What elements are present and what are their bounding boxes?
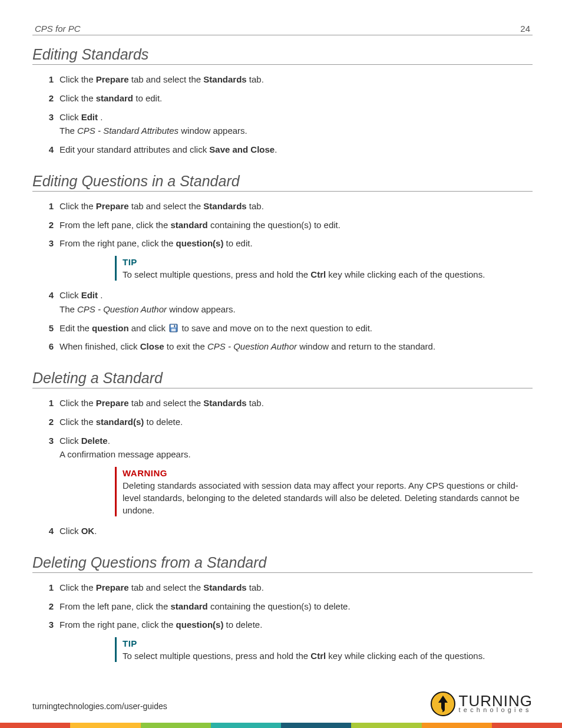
step-1: Click the Prepare tab and select the Sta…	[41, 581, 533, 594]
step-3: From the right pane, click the question(…	[41, 618, 533, 631]
svg-rect-1	[171, 324, 176, 327]
doc-title: CPS for PC	[35, 24, 81, 34]
steps-deleting-standard: Click the Prepare tab and select the Sta…	[41, 397, 533, 461]
step-4: Click OK.	[41, 525, 533, 538]
step-6: When finished, click Close to exit the C…	[41, 340, 533, 353]
tip-callout-2: TIP To select multiple questions, press …	[115, 637, 533, 662]
heading-editing-questions: Editing Questions in a Standard	[32, 173, 533, 192]
steps-editing-questions: Click the Prepare tab and select the Sta…	[41, 200, 533, 250]
save-icon	[169, 324, 178, 332]
page-header: CPS for PC 24	[32, 24, 533, 35]
tip-label: TIP	[123, 256, 533, 268]
footer-url: turningtechnologies.com/user-guides	[32, 701, 167, 717]
step-2: Click the standard(s) to delete.	[41, 416, 533, 429]
step-3: Click Edit . The CPS - Standard Attribut…	[41, 111, 533, 138]
warning-label: WARNING	[123, 467, 533, 479]
step-1: Click the Prepare tab and select the Sta…	[41, 73, 533, 86]
step-5: Edit the question and click to save and …	[41, 322, 533, 335]
step-1: Click the Prepare tab and select the Sta…	[41, 200, 533, 213]
step-3: From the right pane, click the question(…	[41, 237, 533, 250]
steps-deleting-questions: Click the Prepare tab and select the Sta…	[41, 581, 533, 631]
turning-technologies-logo: TURNING technologies	[430, 691, 533, 717]
tip-callout: TIP To select multiple questions, press …	[115, 256, 533, 281]
heading-deleting-questions: Deleting Questions from a Standard	[32, 554, 533, 573]
heading-editing-standards: Editing Standards	[32, 46, 533, 65]
steps-deleting-standard-cont: Click OK.	[41, 525, 533, 538]
footer-color-stripe	[0, 723, 562, 728]
step-2: From the left pane, click the standard c…	[41, 600, 533, 613]
svg-rect-2	[174, 325, 176, 327]
heading-deleting-standard: Deleting a Standard	[32, 370, 533, 388]
page-footer: turningtechnologies.com/user-guides TURN…	[0, 691, 562, 728]
warning-callout: WARNING Deleting standards associated wi…	[115, 467, 533, 516]
step-4: Edit your standard attributes and click …	[41, 143, 533, 156]
logo-text-bottom: technologies	[459, 707, 533, 713]
tip-label: TIP	[123, 637, 533, 650]
step-2: Click the standard to edit.	[41, 92, 533, 105]
step-2: From the left pane, click the standard c…	[41, 219, 533, 232]
step-4: Click Edit . The CPS - Question Author w…	[41, 289, 533, 316]
step-3: Click Delete. A confirmation message app…	[41, 434, 533, 462]
page-number: 24	[520, 24, 530, 34]
svg-rect-3	[171, 328, 176, 331]
steps-editing-standards: Click the Prepare tab and select the Sta…	[41, 73, 533, 156]
steps-editing-questions-cont: Click Edit . The CPS - Question Author w…	[41, 289, 533, 353]
logo-icon	[430, 691, 456, 717]
warning-body: Deleting standards associated with sessi…	[123, 480, 520, 515]
step-1: Click the Prepare tab and select the Sta…	[41, 397, 533, 410]
